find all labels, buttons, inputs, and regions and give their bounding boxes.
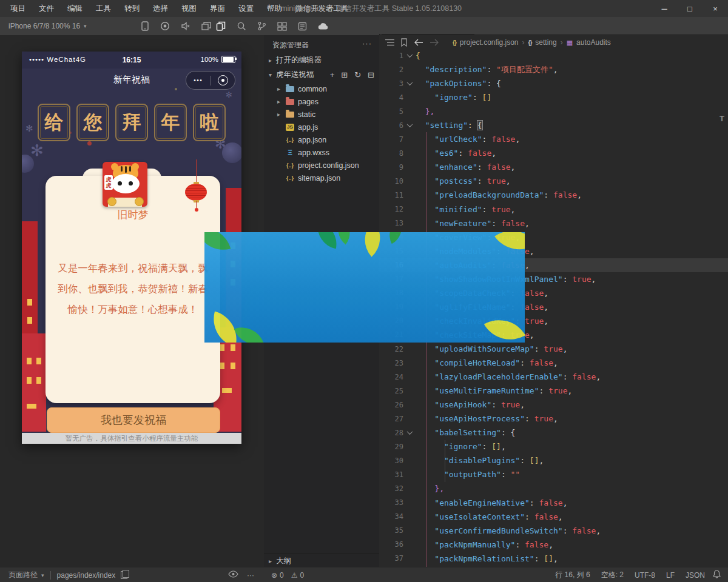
mute-icon[interactable] (181, 21, 190, 31)
tree-item-pages[interactable]: ▸pages (264, 95, 379, 108)
capsule-exit-icon[interactable] (211, 75, 235, 85)
explorer-toggle-icon[interactable] (216, 21, 226, 31)
phone-preview-icon[interactable] (141, 21, 149, 31)
phone-nav-bar: 新年祝福 ••• (22, 69, 241, 92)
tree-item-static[interactable]: ▸static (264, 108, 379, 121)
multi-window-icon[interactable] (201, 22, 211, 31)
code-line[interactable]: 26 "useApiHook": true, (379, 398, 728, 412)
code-line[interactable]: 13 "newFeature": false, (379, 216, 728, 230)
code-line[interactable]: 33 "enableEngineNative": false, (379, 496, 728, 510)
code-line[interactable]: 4 "ignore": [] (379, 90, 728, 104)
menu-item[interactable]: 项目 (4, 0, 32, 17)
layout-icon[interactable] (277, 22, 287, 31)
code-line[interactable]: 28 "babelSetting": { (379, 426, 728, 440)
json-file-icon: {..} (286, 175, 294, 181)
new-folder-icon[interactable]: ⊞ (341, 70, 348, 79)
breadcrumb-section[interactable]: setting (535, 38, 556, 47)
code-line[interactable]: 35 "userConfirmedBundleSwitch": false, (379, 524, 728, 538)
capsule-more-icon[interactable]: ••• (186, 77, 211, 84)
code-line[interactable]: 24 "lazyloadPlaceholderEnable": false, (379, 370, 728, 384)
code-line[interactable]: 31 "outputPath": "" (379, 467, 728, 481)
code-line[interactable]: 2 "description": "项目配置文件", (379, 62, 728, 76)
explorer-more-icon[interactable]: ··· (362, 39, 372, 48)
fold-chevron-icon[interactable] (403, 81, 416, 85)
source-control-icon[interactable] (257, 21, 266, 31)
copy-icon[interactable] (121, 571, 127, 579)
code-line[interactable]: 32 }, (379, 481, 728, 495)
line-number: 9 (379, 163, 403, 172)
sim-more-icon[interactable]: ··· (247, 571, 254, 580)
menu-item[interactable]: 设置 (232, 0, 260, 17)
code-line[interactable]: 36 "packNpmManually": false, (379, 538, 728, 552)
menu-item[interactable]: 界面 (203, 0, 232, 17)
code-line[interactable]: 3 "packOptions": { (379, 76, 728, 90)
code-line[interactable]: 25 "useMultiFrameRuntime": true, (379, 384, 728, 398)
code-line[interactable]: 27 "useApiHostProcess": true, (379, 412, 728, 426)
code-line[interactable]: 5 }, (379, 104, 728, 118)
problems-indicator[interactable]: ⊗ 0 ⚠ 0 (271, 567, 304, 582)
menu-item[interactable]: 编辑 (61, 0, 89, 17)
code-line[interactable]: 11 "preloadBackgroundData": false, (379, 188, 728, 202)
collapse-all-icon[interactable]: ⊟ (368, 70, 374, 79)
language-mode[interactable]: JSON (686, 571, 705, 580)
breadcrumb-symbol[interactable]: autoAudits (576, 38, 611, 47)
code-line[interactable]: 23 "compileHotReLoad": false, (379, 356, 728, 370)
recorder-icon[interactable] (160, 21, 170, 31)
search-icon[interactable] (237, 21, 246, 31)
code-line[interactable]: 1{ (379, 48, 728, 62)
close-button[interactable]: × (703, 0, 728, 17)
encoding[interactable]: UTF-8 (635, 571, 655, 580)
bell-icon[interactable] (713, 570, 721, 580)
new-file-icon[interactable]: + (330, 70, 335, 79)
code-line[interactable]: 37 "packNpmRelationList": [], (379, 552, 728, 566)
outline-list-icon[interactable] (385, 39, 394, 46)
refresh-icon[interactable]: ↻ (354, 70, 361, 79)
code-line[interactable]: 30 "disablePlugins": [], (379, 453, 728, 467)
bookmark-icon[interactable] (400, 38, 408, 47)
menu-item[interactable]: 工具 (89, 0, 118, 17)
code-line[interactable]: 6 "setting": { (379, 118, 728, 132)
cursor-position[interactable]: 行 16, 列 6 (555, 570, 590, 580)
maximize-button[interactable]: □ (677, 0, 703, 17)
code-text: "newFeature": false, (416, 219, 530, 228)
eol-setting[interactable]: LF (666, 571, 675, 580)
fold-chevron-icon[interactable] (403, 123, 416, 127)
project-root[interactable]: ▾ 虎年送祝福 + ⊞ ↻ ⊟ (264, 68, 379, 81)
cloud-icon[interactable] (318, 22, 329, 30)
page-path-selector[interactable]: 页面路径 (8, 570, 38, 580)
code-line[interactable]: 29 "ignore": [], (379, 440, 728, 453)
menu-item[interactable]: 选择 (146, 0, 175, 17)
tree-item-project-config-json[interactable]: {..}project.config.json (264, 159, 379, 172)
outline-section[interactable]: ▸ 大纲 (264, 554, 379, 567)
code-line[interactable]: 22 "uploadWithSourceMap": true, (379, 342, 728, 356)
tree-item-app-wxss[interactable]: Ξapp.wxss (264, 146, 379, 159)
fold-chevron-icon[interactable] (403, 53, 416, 58)
tree-item-app-json[interactable]: {..}app.json (264, 133, 379, 146)
fold-chevron-icon[interactable] (403, 430, 416, 435)
snippets-icon[interactable] (298, 22, 307, 31)
device-selector[interactable]: iPhone 6/7/8 100% 16 ▾ (8, 17, 87, 35)
open-editors-section[interactable]: ▸ 打开的编辑器 (264, 53, 379, 67)
minimize-button[interactable]: ─ (652, 0, 677, 17)
breadcrumb-file[interactable]: project.config.json (460, 38, 519, 47)
code-line[interactable]: 12 "minified": true, (379, 202, 728, 216)
menu-item[interactable]: 文件 (32, 0, 61, 17)
code-line[interactable]: 7 "urlCheck": false, (379, 132, 728, 146)
code-text: }, (416, 484, 444, 493)
forward-arrow-icon[interactable] (430, 39, 439, 46)
back-arrow-icon[interactable] (414, 39, 423, 46)
code-line[interactable]: 10 "postcss": true, (379, 174, 728, 188)
menu-item[interactable]: 转到 (118, 0, 146, 17)
code-line[interactable]: 8 "es6": false, (379, 146, 728, 160)
send-wishes-button[interactable]: 我也要发祝福 (47, 407, 220, 433)
tree-item-common[interactable]: ▸common (264, 82, 379, 95)
eye-icon[interactable] (228, 570, 238, 580)
tree-item-app-js[interactable]: JSapp.js (264, 121, 379, 133)
code-line[interactable]: 34 "useIsolateContext": false, (379, 510, 728, 524)
code-line[interactable]: 9 "enhance": false, (379, 160, 728, 174)
page-path-value[interactable]: pages/index/index (57, 571, 116, 580)
indent-setting[interactable]: 空格: 2 (601, 570, 624, 580)
menu-item[interactable]: 视图 (175, 0, 203, 17)
tree-item-sitemap-json[interactable]: {..}sitemap.json (264, 172, 379, 184)
chevron-down-icon: ▾ (269, 72, 276, 78)
